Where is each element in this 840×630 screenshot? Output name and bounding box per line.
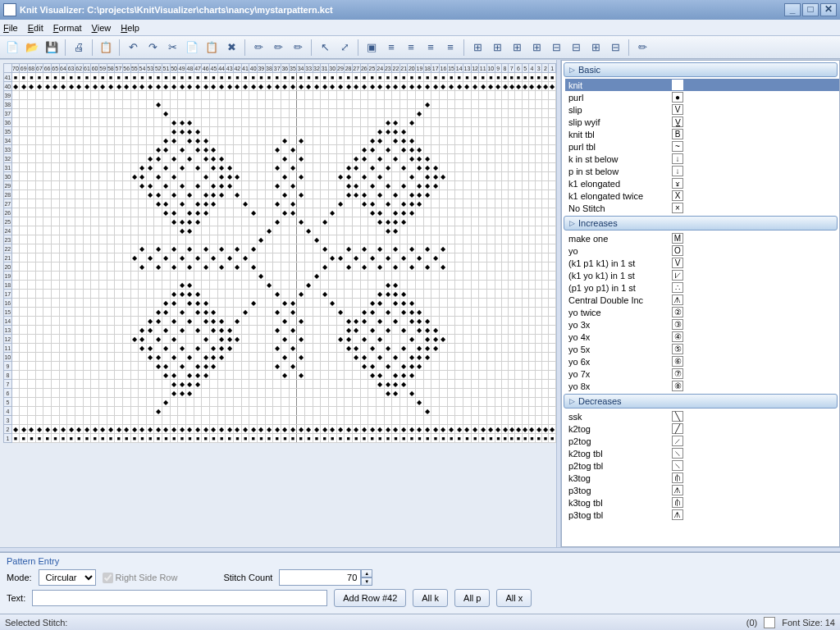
menu-view[interactable]: View: [92, 23, 112, 33]
stitch-p2tog-tbl[interactable]: p2tog tbl⟍: [565, 459, 839, 472]
chart-canvas[interactable]: 7069686766656463626160595857565554535251…: [0, 60, 556, 547]
stitch-k-in-st-below[interactable]: k in st below↓: [565, 153, 839, 165]
palette-section-decreases[interactable]: ▷ Decreases: [564, 394, 838, 409]
stitch-purl[interactable]: purl●: [565, 91, 839, 103]
app-icon: [3, 3, 16, 16]
stitch-knit[interactable]: knit: [565, 79, 839, 91]
text-input[interactable]: [32, 590, 327, 606]
all-k-button[interactable]: All k: [413, 589, 448, 607]
toolbar-btn-13[interactable]: ✖: [222, 39, 240, 57]
stitch-p-in-st-below[interactable]: p in st below↓: [565, 165, 839, 177]
pattern-entry-panel: Pattern Entry Mode: Circular Right Side …: [0, 552, 840, 614]
stitch-yo[interactable]: yoO: [565, 244, 839, 257]
stitch-Central-Double-Inc[interactable]: Central Double Inc⩚: [565, 294, 839, 306]
add-row-button[interactable]: Add Row #42: [334, 589, 406, 607]
stitch-p2tog[interactable]: p2tog⟋: [565, 435, 839, 447]
stitch-purl-tbl[interactable]: purl tbl~: [565, 140, 839, 153]
toolbar-btn-12[interactable]: 📋: [203, 39, 221, 57]
toolbar-btn-1[interactable]: 📂: [23, 39, 41, 57]
maximize-button[interactable]: □: [802, 3, 819, 16]
rsr-checkbox: Right Side Row: [103, 573, 178, 583]
stitch-yo-4x[interactable]: yo 4x④: [565, 331, 839, 343]
stitch-p3tog-tbl[interactable]: p3tog tbl⩚: [565, 509, 839, 521]
stitch-knit-tbl[interactable]: knit tblB: [565, 128, 839, 140]
toolbar-btn-4[interactable]: 🖨: [70, 39, 88, 57]
all-p-button[interactable]: All p: [454, 589, 490, 607]
spin-down[interactable]: ▼: [361, 578, 372, 586]
stitch-yo-5x[interactable]: yo 5x⑤: [565, 343, 839, 355]
toolbar-btn-23[interactable]: ≡: [382, 39, 400, 57]
toolbar-btn-9[interactable]: ↷: [144, 39, 162, 57]
toolbar-btn-24[interactable]: ≡: [402, 39, 420, 57]
toolbar-btn-17[interactable]: ✏: [289, 39, 307, 57]
toolbar-btn-6[interactable]: 📋: [97, 39, 115, 57]
stitch-yo-twice[interactable]: yo twice②: [565, 306, 839, 318]
toolbar-btn-22[interactable]: ▣: [363, 39, 381, 57]
toolbar-btn-16[interactable]: ✏: [269, 39, 287, 57]
toolbar-btn-26[interactable]: ≡: [441, 39, 459, 57]
stitch-k1-elongated-twice[interactable]: k1 elongated twiceX: [565, 189, 839, 202]
stitch-k2tog-tbl[interactable]: k2tog tbl⟍: [565, 447, 839, 459]
stitch-No-Stitch[interactable]: No Stitch×: [565, 202, 839, 214]
menubar: FileEditFormatViewHelp: [0, 20, 840, 36]
palette-section-increases[interactable]: ▷ Increases: [564, 216, 838, 231]
stitch-count-input[interactable]: [279, 569, 361, 586]
toolbar-btn-20[interactable]: ⤢: [336, 39, 354, 57]
toolbar-btn-15[interactable]: ✏: [249, 39, 267, 57]
minimize-button[interactable]: _: [784, 3, 801, 16]
stitch-ssk[interactable]: ssk╲: [565, 410, 839, 422]
panel-title: Pattern Entry: [7, 556, 833, 566]
toolbar-btn-8[interactable]: ↶: [124, 39, 142, 57]
spin-up[interactable]: ▲: [361, 569, 372, 578]
status-icon: [764, 617, 775, 628]
toolbar-btn-34[interactable]: ⊞: [587, 39, 605, 57]
toolbar-btn-0[interactable]: 📄: [3, 39, 21, 57]
stitch-yo-7x[interactable]: yo 7x⑦: [565, 368, 839, 380]
toolbar-btn-35[interactable]: ⊟: [606, 39, 624, 57]
toolbar-btn-32[interactable]: ⊟: [547, 39, 565, 57]
stitch-k3tog[interactable]: k3tog⫛: [565, 472, 839, 484]
window-title: Knit Visualizer: C:\projects\KnitVisuali…: [20, 5, 333, 15]
menu-file[interactable]: File: [3, 23, 18, 33]
stitch-yo-8x[interactable]: yo 8x⑧: [565, 380, 839, 392]
stitch-(k1-p1-k1)-in-1-st[interactable]: (k1 p1 k1) in 1 stV: [565, 257, 839, 269]
close-button[interactable]: ✕: [820, 3, 837, 16]
toolbar-btn-25[interactable]: ≡: [422, 39, 440, 57]
toolbar-btn-37[interactable]: ✏: [633, 39, 651, 57]
toolbar-btn-30[interactable]: ⊞: [508, 39, 526, 57]
stitch-slip-wyif[interactable]: slip wyifV̲: [565, 116, 839, 128]
toolbar-btn-19[interactable]: ↖: [316, 39, 334, 57]
stitch-p3tog[interactable]: p3tog⩚: [565, 484, 839, 496]
stitch-slip[interactable]: slipV: [565, 103, 839, 116]
stitch-(k1-yo-k1)-in-1-st[interactable]: (k1 yo k1) in 1 st⩗: [565, 269, 839, 281]
all-x-button[interactable]: All x: [496, 589, 532, 607]
menu-format[interactable]: Format: [53, 23, 82, 33]
mode-label: Mode:: [7, 573, 32, 582]
menu-help[interactable]: Help: [121, 23, 139, 33]
status-bar: Selected Stitch: (0) Font Size: 14: [0, 614, 840, 630]
fontsize-label: Font Size: 14: [782, 618, 835, 628]
toolbar-btn-11[interactable]: 📄: [183, 39, 201, 57]
selected-stitch-label: Selected Stitch:: [5, 618, 67, 628]
stitch-yo-6x[interactable]: yo 6x⑥: [565, 355, 839, 368]
toolbar-btn-29[interactable]: ⊞: [488, 39, 506, 57]
stitch-yo-3x[interactable]: yo 3x③: [565, 318, 839, 331]
stitch-k1-elongated[interactable]: k1 elongatedɤ: [565, 177, 839, 189]
titlebar: Knit Visualizer: C:\projects\KnitVisuali…: [0, 0, 840, 20]
toolbar-btn-33[interactable]: ⊟: [567, 39, 585, 57]
stitch-k2tog[interactable]: k2tog╱: [565, 422, 839, 435]
toolbar: 📄📂💾🖨📋↶↷✂📄📋✖✏✏✏↖⤢▣≡≡≡≡⊞⊞⊞⊞⊟⊟⊞⊟✏: [0, 36, 840, 59]
stitch-k3tog-tbl[interactable]: k3tog tbl⫛: [565, 496, 839, 509]
coord-label: (0): [746, 618, 757, 628]
palette-section-basic[interactable]: ▷ Basic: [564, 62, 838, 77]
stitch-make-one[interactable]: make oneM: [565, 232, 839, 244]
text-label: Text:: [7, 593, 25, 603]
toolbar-btn-10[interactable]: ✂: [163, 39, 181, 57]
toolbar-btn-2[interactable]: 💾: [43, 39, 61, 57]
toolbar-btn-31[interactable]: ⊞: [527, 39, 546, 57]
mode-select[interactable]: Circular: [39, 569, 96, 586]
toolbar-btn-28[interactable]: ⊞: [468, 39, 486, 57]
stitch-(p1-yo-p1)-in-1-st[interactable]: (p1 yo p1) in 1 st∴: [565, 281, 839, 294]
menu-edit[interactable]: Edit: [28, 23, 43, 33]
stitch-palette[interactable]: ▷ Basicknitpurl●slipVslip wyifV̲knit tbl…: [561, 60, 840, 547]
